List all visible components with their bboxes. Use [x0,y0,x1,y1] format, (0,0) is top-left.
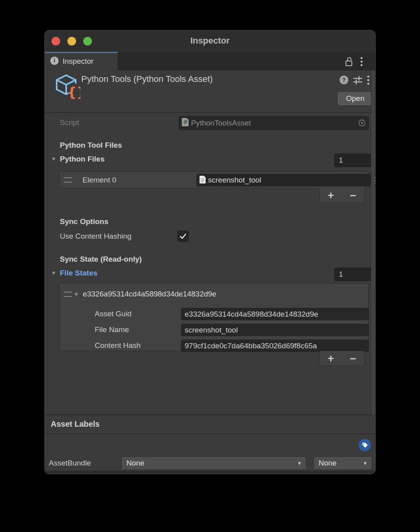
python-files-list: Element 0 screenshot_tool [59,171,369,188]
sync-state-header: Sync State (Read-only) [60,255,142,264]
content-hash-field[interactable]: 979cf1cde0c7da64bba35026d69f8c65a [181,340,368,352]
asset-title: Python Tools (Python Tools Asset) [81,74,213,84]
field-label: File Name [95,325,129,334]
bundle-selected-value: None [126,459,144,467]
list-item[interactable]: Element 0 screenshot_tool [59,172,368,188]
python-tool-files-header: Python Tool Files [60,141,122,150]
help-icon[interactable]: ? [340,76,348,84]
chevron-down-icon: ▼ [363,460,368,466]
asset-bundle-dropdown[interactable]: None ▼ [121,456,306,470]
script-value: PythonToolsAsset [191,119,358,127]
python-asset-icon: {} [53,72,80,100]
titlebar: Inspector [45,30,375,52]
element-value: screenshot_tool [208,176,372,184]
text-file-icon [199,175,206,185]
file-states-label[interactable]: File States [60,269,97,277]
list-footer: + − [319,351,365,366]
python-files-foldout-icon[interactable]: ▼ [51,156,56,162]
file-states-foldout-icon[interactable]: ▼ [51,270,56,276]
asset-labels-header: Asset Labels [51,420,99,429]
remove-element-button[interactable]: − [350,190,356,201]
element-label: Element 0 [82,176,116,184]
script-object-field[interactable]: # PythonToolsAsset [179,116,369,130]
bundle-variant-dropdown[interactable]: None ▼ [313,456,372,470]
info-icon: i [50,57,59,65]
chevron-down-icon: ▼ [297,460,302,466]
file-name-value: screenshot_tool [185,326,368,334]
tab-label: Inspector [63,57,94,66]
file-states-count-field[interactable]: 1 [334,268,372,281]
sync-options-header: Sync Options [60,217,108,226]
file-name-field[interactable]: screenshot_tool [181,324,368,336]
window-title: Inspector [45,36,375,46]
tab-menu-kebab-icon[interactable] [361,57,363,68]
check-icon [179,233,187,239]
asset-guid-field[interactable]: e3326a95314cd4a5898d34de14832d9e [181,308,368,320]
unlock-icon[interactable] [344,57,353,68]
python-files-label[interactable]: Python Files [60,155,105,163]
label-tag-button[interactable] [359,439,371,451]
element-object-field[interactable]: screenshot_tool [197,174,376,186]
tab-inspector[interactable]: i Inspector [45,52,118,70]
python-files-count-field[interactable]: 1 [334,154,372,167]
field-label: Content Hash [95,341,141,350]
field-label: Asset Guid [95,310,132,318]
variant-selected-value: None [319,459,336,467]
entry-guid-header: e3326a95314cd4a5898d34de14832d9e [83,290,216,298]
list-footer: + − [319,188,365,203]
tag-icon [361,442,368,448]
window-bottom-strip [45,471,375,474]
asset-labels-bar: Asset Labels [45,414,375,434]
asset-guid-value: e3326a95314cd4a5898d34de14832d9e [185,310,368,319]
object-picker-icon[interactable] [358,119,366,127]
tab-bar: i Inspector [45,52,375,70]
remove-state-button[interactable]: − [350,353,356,365]
content-hash-value: 979cf1cde0c7da64bba35026d69f8c65a [185,342,368,350]
svg-text:#: # [183,119,188,126]
inspector-window: Inspector i Inspector {} Python Tools (P [44,30,376,474]
drag-handle-icon[interactable] [64,177,72,182]
drag-handle-icon[interactable] [64,292,72,297]
add-state-button[interactable]: + [328,353,334,365]
use-content-hashing-label: Use Content Hashing [60,232,132,241]
csharp-script-icon: # [181,118,189,128]
file-states-box: ▼ e3326a95314cd4a5898d34de14832d9e Asset… [59,283,369,351]
script-label: Script [60,118,79,127]
svg-text:{}: {} [67,84,80,100]
file-state-entry-header[interactable]: ▼ e3326a95314cd4a5898d34de14832d9e [64,290,216,298]
header-divider [45,112,375,113]
use-content-hashing-checkbox[interactable] [178,231,189,242]
header-menu-kebab-icon[interactable] [367,76,370,86]
presets-icon[interactable] [353,76,363,86]
open-button[interactable]: Open [338,92,372,105]
entry-foldout-icon[interactable]: ▼ [74,291,79,297]
scrollbar-track[interactable] [371,70,375,414]
add-element-button[interactable]: + [328,190,334,201]
asset-bundle-label: AssetBundle [49,459,91,467]
